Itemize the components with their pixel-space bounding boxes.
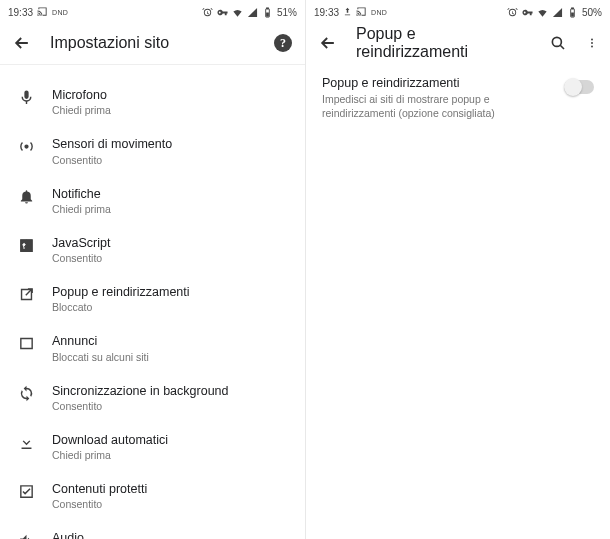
svg-rect-4	[572, 7, 574, 8]
popup-toggle-row[interactable]: Popup e reindirizzamenti Impedisci ai si…	[306, 64, 610, 132]
row-label: Download automatici	[52, 432, 291, 448]
svg-point-7	[591, 39, 593, 41]
row-label: Sensori di movimento	[52, 136, 291, 152]
audio-icon	[18, 530, 52, 539]
status-dnd: DND	[371, 9, 387, 16]
square-icon	[18, 333, 52, 352]
row-sub: Consentito	[52, 400, 291, 412]
back-button[interactable]	[12, 33, 32, 53]
row-label: Microfono	[52, 87, 291, 103]
detail-title: Popup e reindirizzamenti	[322, 76, 554, 90]
row-sub: Chiedi prima	[52, 449, 291, 461]
svg-point-9	[591, 46, 593, 48]
row-label: Sincronizzazione in background	[52, 383, 291, 399]
status-battery: 51%	[277, 7, 297, 18]
app-bar: Impostazioni sito ?	[0, 22, 305, 64]
toggle-switch[interactable]	[564, 80, 594, 94]
row-label: Audio	[52, 530, 291, 539]
row-sub: Bloccati su alcuni siti	[52, 351, 291, 363]
screen-popup-redirects: 19:33 DND 50% Popup e reindirizzamenti P…	[305, 0, 610, 539]
status-battery: 50%	[582, 7, 602, 18]
detail-description: Impedisci ai siti di mostrare popup e re…	[322, 92, 542, 120]
svg-rect-1	[267, 7, 269, 8]
settings-row-protected[interactable]: Contenuti protettiConsentito	[0, 471, 305, 520]
wifi-icon	[537, 7, 548, 18]
settings-row-sensor[interactable]: Sensori di movimentoConsentito	[0, 126, 305, 175]
row-sub: Bloccato	[52, 301, 291, 313]
back-button[interactable]	[318, 33, 338, 53]
row-sub: Chiedi prima	[52, 203, 291, 215]
page-title: Popup e reindirizzamenti	[356, 25, 530, 61]
wifi-icon	[232, 7, 243, 18]
cast-icon	[37, 6, 48, 19]
settings-row-mic[interactable]: MicrofonoChiedi prima	[0, 77, 305, 126]
vpn-key-icon	[217, 7, 228, 18]
bell-icon	[18, 186, 52, 205]
settings-row-audio[interactable]: AudioConsentito	[0, 520, 305, 539]
vpn-key-icon	[522, 7, 533, 18]
settings-row-sync[interactable]: Sincronizzazione in backgroundConsentito	[0, 373, 305, 422]
svg-point-6	[552, 37, 561, 46]
signal-icon	[552, 7, 563, 18]
settings-row-bell[interactable]: NotificheChiedi prima	[0, 176, 305, 225]
battery-icon	[262, 7, 273, 18]
row-sub: Chiedi prima	[52, 104, 291, 116]
upload-icon	[343, 7, 352, 18]
overflow-button[interactable]	[586, 33, 598, 53]
popup-icon	[18, 284, 52, 303]
settings-row-download[interactable]: Download automaticiChiedi prima	[0, 422, 305, 471]
status-dnd: DND	[52, 9, 68, 16]
page-title: Impostazioni sito	[50, 34, 255, 52]
screen-site-settings: 19:33 DND 51% Impostazioni sito ? Microf…	[0, 0, 305, 539]
sensor-icon	[18, 136, 52, 155]
row-label: Contenuti protetti	[52, 481, 291, 497]
settings-row-popup[interactable]: Popup e reindirizzamentiBloccato	[0, 274, 305, 323]
status-time: 19:33	[8, 7, 33, 18]
row-label: Notifiche	[52, 186, 291, 202]
protected-icon	[18, 481, 52, 500]
svg-rect-2	[266, 12, 269, 16]
settings-list: MicrofonoChiedi primaSensori di moviment…	[0, 65, 305, 539]
status-bar: 19:33 DND 50%	[306, 0, 610, 22]
status-time: 19:33	[314, 7, 339, 18]
status-bar: 19:33 DND 51%	[0, 0, 305, 22]
settings-row-square[interactable]: AnnunciBloccati su alcuni siti	[0, 323, 305, 372]
download-icon	[18, 432, 52, 451]
mic-icon	[18, 87, 52, 106]
help-button[interactable]: ?	[273, 33, 293, 53]
battery-icon	[567, 7, 578, 18]
app-bar: Popup e reindirizzamenti	[306, 22, 610, 64]
more-vert-icon	[586, 35, 598, 51]
row-sub: Consentito	[52, 252, 291, 264]
search-button[interactable]	[548, 33, 568, 53]
row-label: Popup e reindirizzamenti	[52, 284, 291, 300]
row-label: JavaScript	[52, 235, 291, 251]
cast-icon	[356, 6, 367, 19]
settings-row-js[interactable]: JavaScriptConsentito	[0, 225, 305, 274]
svg-rect-5	[571, 12, 574, 16]
search-icon	[549, 34, 567, 52]
alarm-icon	[202, 7, 213, 18]
help-icon: ?	[274, 34, 292, 52]
svg-point-8	[591, 42, 593, 44]
alarm-icon	[507, 7, 518, 18]
row-sub: Consentito	[52, 498, 291, 510]
signal-icon	[247, 7, 258, 18]
js-icon	[18, 235, 52, 254]
row-sub: Consentito	[52, 154, 291, 166]
sync-icon	[18, 383, 52, 402]
row-label: Annunci	[52, 333, 291, 349]
